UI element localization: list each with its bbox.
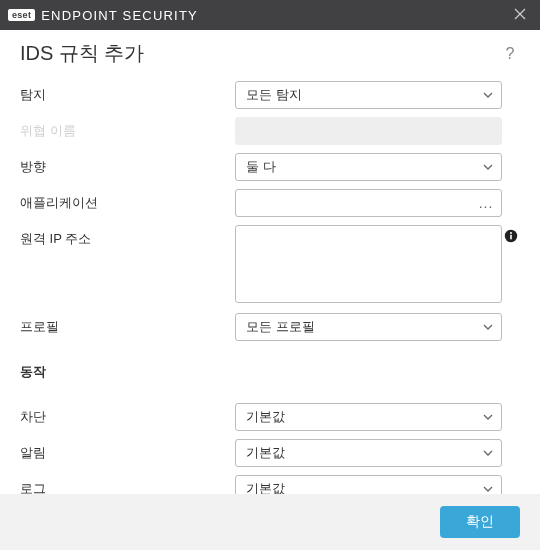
svg-rect-3: [510, 235, 512, 240]
content-area: IDS 규칙 추가 ? 탐지 모든 탐지 위협 이름 방향: [0, 30, 540, 503]
chevron-down-icon: [483, 324, 493, 330]
section-heading-action: 동작: [20, 363, 520, 381]
label-threat-name: 위협 이름: [20, 117, 235, 140]
select-direction[interactable]: 둘 다: [235, 153, 502, 181]
row-profile: 프로필 모든 프로필: [20, 313, 520, 341]
textarea-remote-ip[interactable]: [235, 225, 502, 303]
label-remote-ip: 원격 IP 주소: [20, 225, 235, 248]
footer: 확인: [0, 494, 540, 550]
select-block[interactable]: 기본값: [235, 403, 502, 431]
app-title: ENDPOINT SECURITY: [41, 8, 198, 23]
chevron-down-icon: [483, 486, 493, 492]
row-block: 차단 기본값: [20, 403, 520, 431]
row-application: 애플리케이션 ...: [20, 189, 520, 217]
select-detect-value: 모든 탐지: [246, 86, 302, 104]
ok-button[interactable]: 확인: [440, 506, 520, 538]
browse-button[interactable]: ...: [471, 190, 501, 216]
brand-badge: eset: [8, 9, 35, 21]
close-button[interactable]: [508, 3, 532, 27]
chevron-down-icon: [483, 450, 493, 456]
page-header: IDS 규칙 추가 ?: [20, 40, 520, 67]
label-profile: 프로필: [20, 313, 235, 336]
chevron-down-icon: [483, 414, 493, 420]
close-icon: [514, 8, 526, 23]
row-threat-name: 위협 이름: [20, 117, 520, 145]
help-button[interactable]: ?: [500, 45, 520, 63]
row-detect: 탐지 모든 탐지: [20, 81, 520, 109]
select-profile-value: 모든 프로필: [246, 318, 315, 336]
info-icon[interactable]: [502, 225, 520, 246]
label-alert: 알림: [20, 439, 235, 462]
label-application: 애플리케이션: [20, 189, 235, 212]
svg-point-4: [510, 232, 512, 234]
label-direction: 방향: [20, 153, 235, 176]
select-alert[interactable]: 기본값: [235, 439, 502, 467]
chevron-down-icon: [483, 164, 493, 170]
select-block-value: 기본값: [246, 408, 285, 426]
row-alert: 알림 기본값: [20, 439, 520, 467]
chevron-down-icon: [483, 92, 493, 98]
select-profile[interactable]: 모든 프로필: [235, 313, 502, 341]
input-threat-name: [235, 117, 502, 145]
select-direction-value: 둘 다: [246, 158, 276, 176]
page-title: IDS 규칙 추가: [20, 40, 144, 67]
row-direction: 방향 둘 다: [20, 153, 520, 181]
select-alert-value: 기본값: [246, 444, 285, 462]
select-detect[interactable]: 모든 탐지: [235, 81, 502, 109]
titlebar-left: eset ENDPOINT SECURITY: [8, 8, 198, 23]
label-block: 차단: [20, 403, 235, 426]
row-remote-ip: 원격 IP 주소: [20, 225, 520, 303]
label-detect: 탐지: [20, 81, 235, 104]
titlebar: eset ENDPOINT SECURITY: [0, 0, 540, 30]
input-application[interactable]: ...: [235, 189, 502, 217]
